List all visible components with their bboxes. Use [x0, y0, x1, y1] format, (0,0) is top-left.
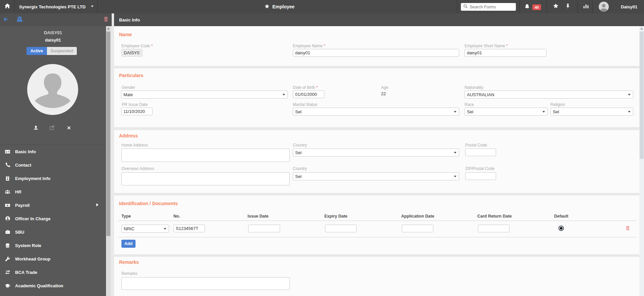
- basic-info-form: Name Employee Code * Employee Name * Emp…: [114, 26, 639, 296]
- sidebar-item-label: Officer In Charge: [15, 216, 50, 221]
- user-avatar[interactable]: [599, 2, 609, 12]
- bell-icon: [524, 4, 530, 11]
- field-label: Religion: [550, 102, 565, 107]
- chevron-down-icon: [454, 152, 457, 154]
- employee-short-name-field[interactable]: [465, 49, 546, 57]
- race-select[interactable]: Sel: [465, 108, 548, 116]
- sidebar-item-basic-info[interactable]: Basic Info: [0, 145, 106, 158]
- religion-select[interactable]: Sel: [550, 108, 633, 116]
- nationality-select[interactable]: AUSTRALIAN: [465, 91, 633, 99]
- chevron-down-icon: [90, 4, 94, 9]
- edit-photo-button[interactable]: [49, 125, 55, 132]
- sidebar-employee-code: DAISY01: [0, 30, 106, 35]
- scroll-up-arrow[interactable]: [640, 27, 643, 29]
- sidebar-item-label: Payroll: [15, 203, 30, 208]
- record-toolbar: [0, 13, 112, 26]
- sidebar-item-officer-in-charge[interactable]: Officer In Charge: [0, 212, 106, 225]
- pr-issue-date-field[interactable]: [121, 108, 153, 115]
- favorite-star-icon[interactable]: [264, 4, 270, 10]
- section-title: Address: [119, 133, 138, 138]
- employee-name-field[interactable]: [293, 49, 459, 57]
- overseas-address-field[interactable]: [121, 172, 290, 185]
- sidebar-item-hr[interactable]: HR: [0, 185, 106, 198]
- column-header: Type: [121, 214, 131, 219]
- employee-sidebar: DAISY01 daisy01 Active Suspended: [0, 26, 106, 296]
- employee-app: Synergix Technologies PTE LTD Employee 4…: [0, 0, 644, 296]
- sidebar-item-bca-trade[interactable]: BCA Trade: [0, 265, 106, 279]
- search-input[interactable]: [470, 5, 510, 9]
- delete-record-button[interactable]: [102, 13, 110, 26]
- company-selector[interactable]: Synergix Technologies PTE LTD: [19, 0, 94, 13]
- notification-count-badge: 40: [532, 4, 541, 10]
- upload-photo-button[interactable]: [33, 125, 39, 132]
- section-title: Remarks: [119, 259, 139, 265]
- sidebar-item-academic-qualification[interactable]: Academic Qualification: [0, 279, 106, 292]
- field-label: Date of Birth *: [293, 85, 318, 90]
- main-scrollbar[interactable]: [639, 26, 644, 296]
- add-identification-button[interactable]: Add: [121, 240, 136, 248]
- save-record-button[interactable]: [15, 13, 24, 26]
- favorites-button[interactable]: [552, 0, 560, 13]
- home-button[interactable]: [0, 0, 14, 13]
- home-address-field[interactable]: [121, 149, 290, 162]
- sidebar-item-label: HR: [15, 189, 21, 194]
- overseas-country-select[interactable]: Sel: [293, 172, 459, 180]
- username[interactable]: Daisy01: [621, 0, 637, 13]
- edit-icon: [49, 125, 55, 132]
- content-title: Basic Info: [119, 17, 140, 22]
- phone-icon: [5, 162, 10, 168]
- notifications-button[interactable]: 40: [524, 4, 541, 11]
- marital-status-select[interactable]: Sel: [293, 108, 459, 116]
- sidebar-scrollbar-thumb[interactable]: [106, 32, 110, 236]
- sidebar-item-sbu[interactable]: SBU: [0, 225, 106, 239]
- sidebar-item-workhead-group[interactable]: Workhead Group: [0, 252, 106, 265]
- card-return-date-field[interactable]: [478, 225, 509, 232]
- back-button[interactable]: [1, 13, 10, 26]
- field-label: Nationality: [465, 85, 483, 90]
- chevron-down-icon: [454, 176, 457, 177]
- photo-actions: [0, 125, 106, 132]
- sidebar-employee-name: daisy01: [0, 38, 106, 43]
- sidebar-item-contact[interactable]: Contact: [0, 158, 106, 172]
- gender-select[interactable]: Male: [121, 91, 288, 99]
- section-address: Address Home Address Country Sel Postal …: [114, 130, 639, 193]
- sidebar-item-employment-info[interactable]: Employment Info: [0, 172, 106, 185]
- dashboard-button[interactable]: [582, 0, 590, 13]
- chevron-down-icon: [164, 228, 166, 230]
- sidebar-scrollbar[interactable]: [106, 26, 111, 296]
- default-radio[interactable]: [558, 226, 564, 231]
- id-no-field[interactable]: [173, 225, 205, 232]
- sidebar-item-payroll[interactable]: Payroll: [0, 198, 106, 212]
- id-type-select[interactable]: NRIC: [121, 225, 169, 233]
- zip-postal-code-field[interactable]: [465, 172, 496, 180]
- home-country-select[interactable]: Sel: [293, 149, 459, 157]
- status-active-button[interactable]: Active: [26, 47, 47, 55]
- application-date-field[interactable]: [402, 225, 433, 232]
- scroll-up-arrow[interactable]: [107, 27, 110, 29]
- postal-code-field[interactable]: [465, 149, 496, 156]
- date-of-birth-field[interactable]: [293, 91, 324, 98]
- remarks-field[interactable]: [121, 277, 290, 290]
- graduation-cap-icon: [5, 283, 10, 289]
- pinned-button[interactable]: [564, 0, 572, 13]
- status-toggle: Active Suspended: [26, 47, 77, 55]
- sidebar-item-system-role[interactable]: System Role: [0, 239, 106, 252]
- field-label: Race: [465, 102, 474, 107]
- status-suspended-button[interactable]: Suspended: [47, 47, 77, 55]
- section-identification: Identification / Documents Type No. Issu…: [114, 195, 639, 255]
- required-marker: *: [324, 44, 325, 48]
- section-remarks: Remarks Remarks: [114, 257, 639, 296]
- delete-row-button[interactable]: [625, 226, 630, 232]
- bar-chart-icon: [583, 3, 589, 10]
- column-header: Expiry Date: [324, 214, 347, 219]
- expiry-date-field[interactable]: [325, 225, 357, 232]
- issue-date-field[interactable]: [248, 225, 280, 232]
- field-label: Employee Short Name *: [465, 44, 508, 48]
- search-icon: [463, 4, 468, 10]
- section-title: Name: [119, 32, 132, 37]
- employee-photo-placeholder: [27, 64, 78, 115]
- back-arrow-icon: [3, 16, 9, 23]
- sidebar-item-label: Contact: [15, 163, 31, 168]
- main-scrollbar-thumb[interactable]: [640, 32, 644, 159]
- remove-photo-button[interactable]: [65, 125, 72, 132]
